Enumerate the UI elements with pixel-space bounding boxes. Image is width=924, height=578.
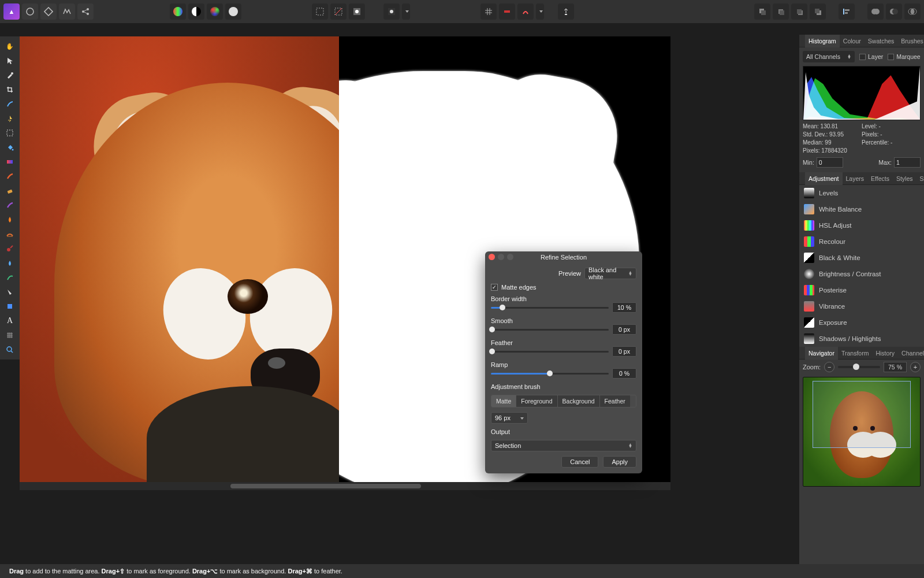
adjustment-white-balance[interactable]: White Balance: [799, 201, 924, 217]
flood-select-tool[interactable]: [2, 112, 17, 125]
crop-tool[interactable]: [2, 83, 17, 96]
align-button[interactable]: [839, 3, 855, 20]
preview-dropdown[interactable]: Black and white ▲▼: [584, 268, 636, 279]
selection-invert-button[interactable]: [330, 3, 346, 20]
quick-mask-dropdown[interactable]: [402, 3, 410, 20]
layer-checkbox[interactable]: Layer: [859, 53, 883, 60]
selection-refine-button[interactable]: [349, 3, 365, 20]
cancel-button[interactable]: Cancel: [561, 456, 598, 468]
adjustment-levels[interactable]: Levels: [799, 185, 924, 201]
histogram-channel-dropdown[interactable]: All Channels ▲▼: [803, 51, 855, 62]
text-tool[interactable]: A: [2, 314, 17, 327]
quick-mask-button[interactable]: [383, 3, 400, 20]
zoom-out-button[interactable]: −: [824, 362, 834, 372]
develop-persona-button[interactable]: [40, 3, 57, 20]
arrange-back-button[interactable]: [754, 3, 770, 20]
min-input[interactable]: [817, 157, 843, 168]
mesh-warp-tool[interactable]: [2, 329, 17, 342]
boolean-intersect-button[interactable]: [904, 3, 921, 20]
border-width-slider[interactable]: [491, 307, 609, 309]
colour-picker-tool[interactable]: [2, 69, 17, 81]
adjustment-black-white[interactable]: Black & White: [799, 250, 924, 266]
dodge-brush-tool[interactable]: [2, 213, 17, 226]
arrange-front-button[interactable]: [810, 3, 826, 20]
tab-swatches[interactable]: Swatches: [865, 35, 898, 47]
blur-brush-tool[interactable]: [2, 257, 17, 269]
auto-contrast-button[interactable]: [188, 3, 204, 20]
panel-drag-handle-icon[interactable]: ⋮⋮: [799, 38, 805, 45]
tab-adjustment[interactable]: Adjustment: [805, 172, 843, 185]
assistant-button[interactable]: [558, 3, 574, 20]
tab-stock[interactable]: Stock: [916, 172, 924, 185]
auto-levels-button[interactable]: [170, 3, 186, 20]
tab-effects[interactable]: Effects: [867, 172, 893, 185]
erase-brush-tool[interactable]: [2, 184, 17, 197]
move-tool[interactable]: [2, 54, 17, 67]
tab-styles[interactable]: Styles: [893, 172, 916, 185]
adjustment-shadows-highlights[interactable]: Shadows / Highlights: [799, 331, 924, 347]
adjustment-posterise[interactable]: Posterise: [799, 282, 924, 298]
shape-tool[interactable]: [2, 300, 17, 313]
brush-mode-feather[interactable]: Feather: [600, 395, 630, 407]
close-icon[interactable]: [489, 254, 495, 260]
matte-edges-checkbox[interactable]: ✓ Matte edges: [491, 284, 636, 291]
tab-history[interactable]: History: [872, 347, 898, 360]
flood-fill-tool[interactable]: [2, 141, 17, 154]
zoom-slider[interactable]: [838, 366, 880, 368]
tab-colour[interactable]: Colour: [840, 35, 865, 47]
arrange-backward-button[interactable]: [773, 3, 789, 20]
marquee-checkbox[interactable]: Marquee: [888, 53, 920, 60]
adjustment-vibrance[interactable]: Vibrance: [799, 298, 924, 314]
auto-colours-button[interactable]: [207, 3, 223, 20]
force-pixel-align-button[interactable]: [517, 3, 534, 20]
snapping-dropdown[interactable]: [536, 3, 544, 20]
brush-mode-foreground[interactable]: Foreground: [516, 395, 557, 407]
selection-rect-button[interactable]: [312, 3, 328, 20]
brush-mode-background[interactable]: Background: [558, 395, 600, 407]
retouch-brush-tool[interactable]: [2, 271, 17, 284]
boolean-add-button[interactable]: [867, 3, 884, 20]
pen-tool[interactable]: [2, 286, 17, 298]
tab-brushes[interactable]: Brushes: [897, 35, 924, 47]
liquify-persona-button[interactable]: [22, 3, 38, 20]
tab-transform[interactable]: Transform: [838, 347, 872, 360]
burn-brush-tool[interactable]: [2, 228, 17, 240]
ramp-slider[interactable]: [491, 373, 609, 375]
tab-channels[interactable]: Channels: [898, 347, 924, 360]
tab-navigator[interactable]: Navigator: [805, 347, 838, 360]
navigator-viewport-indicator[interactable]: [813, 381, 911, 448]
auto-white-balance-button[interactable]: [225, 3, 241, 20]
photo-persona-button[interactable]: ▲: [3, 3, 20, 20]
clone-brush-tool[interactable]: [2, 199, 17, 212]
adjustment-brightness-contrast[interactable]: Brightness / Contrast: [799, 266, 924, 282]
adjustment-recolour[interactable]: Recolour: [799, 234, 924, 250]
border-width-value[interactable]: 10 %: [612, 302, 636, 313]
smooth-slider[interactable]: [491, 329, 609, 331]
panel-drag-handle-icon[interactable]: ⋮⋮: [799, 175, 805, 182]
feather-slider[interactable]: [491, 351, 609, 353]
brush-size-dropdown[interactable]: 96 px: [491, 412, 528, 424]
paint-brush-tool[interactable]: [2, 170, 17, 183]
max-input[interactable]: [894, 157, 921, 168]
arrange-forward-button[interactable]: [791, 3, 807, 20]
marquee-tool[interactable]: [2, 127, 17, 139]
feather-value[interactable]: 0 px: [612, 346, 636, 357]
grid-button[interactable]: [480, 3, 497, 20]
tab-histogram[interactable]: Histogram: [805, 35, 840, 47]
zoom-tool[interactable]: [2, 343, 17, 356]
adjustment-hsl[interactable]: HSL Adjust: [799, 217, 924, 234]
tone-map-persona-button[interactable]: [59, 3, 75, 20]
view-tool[interactable]: ✋: [2, 40, 17, 53]
ramp-value[interactable]: 0 %: [612, 368, 636, 379]
adjustment-exposure[interactable]: Exposure: [799, 314, 924, 331]
panel-drag-handle-icon[interactable]: ⋮⋮: [799, 350, 805, 357]
dialog-titlebar[interactable]: Refine Selection: [485, 251, 642, 263]
zoom-value[interactable]: 75 %: [884, 362, 907, 372]
apply-button[interactable]: Apply: [603, 456, 636, 468]
tab-layers[interactable]: Layers: [843, 172, 868, 185]
inpainting-brush-tool[interactable]: [2, 242, 17, 255]
gradient-tool[interactable]: [2, 155, 17, 168]
output-dropdown[interactable]: Selection ▲▼: [491, 440, 636, 451]
selection-brush-tool[interactable]: [2, 98, 17, 110]
smooth-value[interactable]: 0 px: [612, 324, 636, 335]
